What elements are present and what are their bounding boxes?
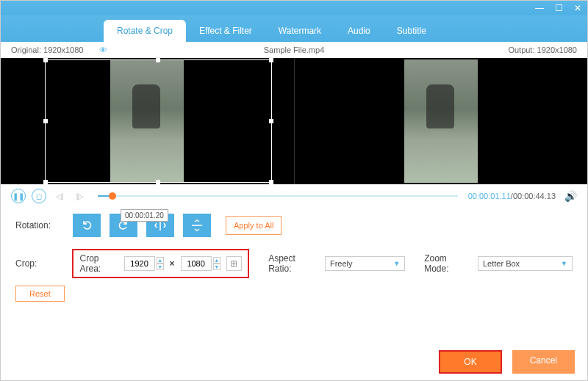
eye-icon[interactable]: 👁: [99, 46, 107, 54]
seek-tooltip: 00:00:01.20: [121, 209, 168, 222]
crop-area-label: Crop Area:: [79, 253, 121, 274]
rotate-ccw-button[interactable]: [73, 214, 101, 237]
crop-width-input[interactable]: [124, 256, 155, 271]
close-button[interactable]: ✕: [573, 3, 583, 13]
zoom-mode-select[interactable]: Letter Box▼: [478, 256, 573, 271]
prev-frame-button[interactable]: ◁|: [52, 189, 67, 203]
flip-vertical-button[interactable]: [183, 214, 211, 237]
preview-output: [294, 58, 588, 184]
ok-button[interactable]: OK: [439, 350, 501, 374]
volume-icon[interactable]: 🔊: [564, 190, 577, 202]
crop-height-input[interactable]: [181, 256, 212, 271]
chevron-down-icon: ▼: [393, 260, 400, 267]
crop-area-group: Crop Area: ▲▼ × ▲▼ ⊞: [72, 249, 249, 278]
tab-watermark[interactable]: Watermark: [265, 20, 334, 42]
apply-to-all-button[interactable]: Apply to All: [226, 216, 282, 235]
crop-height-spinner[interactable]: ▲▼: [213, 257, 220, 270]
tab-subtitle[interactable]: Subtitle: [384, 20, 440, 42]
info-bar: Original: 1920x1080 👁 Sample File.mp4 Ou…: [1, 42, 587, 58]
preview-area: [1, 58, 587, 184]
editor-window: — ☐ ✕ Rotate & Crop Effect & Filter Wate…: [0, 0, 588, 381]
reset-button[interactable]: Reset: [15, 286, 65, 302]
maximize-button[interactable]: ☐: [553, 3, 564, 13]
tab-effect-filter[interactable]: Effect & Filter: [186, 20, 265, 42]
crop-frame[interactable]: [45, 59, 272, 183]
tab-audio[interactable]: Audio: [334, 20, 384, 42]
next-frame-button[interactable]: |▷: [73, 189, 87, 203]
time-display: 00:00:01.11/00:00:44.13: [468, 192, 556, 200]
seek-slider[interactable]: [98, 189, 458, 203]
rotation-label: Rotation:: [15, 220, 67, 231]
crop-width-spinner[interactable]: ▲▼: [157, 257, 164, 270]
zoom-mode-label: Zoom Mode:: [424, 253, 473, 274]
tab-rotate-crop[interactable]: Rotate & Crop: [104, 20, 186, 42]
crop-label: Crop:: [15, 258, 66, 269]
playback-controls: ❚❚ ◻ ◁| |▷ 00:00:01.11/00:00:44.13 🔊: [1, 184, 587, 208]
cancel-button[interactable]: Cancel: [512, 350, 575, 374]
titlebar: — ☐ ✕: [1, 1, 587, 15]
output-resolution: Output: 1920x1080: [508, 46, 577, 54]
minimize-button[interactable]: —: [534, 3, 545, 13]
rotation-section: Rotation: Apply to All: [1, 208, 587, 243]
seek-knob[interactable]: [109, 192, 116, 200]
x-separator: ×: [170, 258, 175, 269]
crop-position-picker[interactable]: ⊞: [226, 256, 243, 271]
aspect-ratio-label: Aspect Ratio:: [268, 253, 320, 274]
preview-original[interactable]: [1, 58, 294, 184]
pause-button[interactable]: ❚❚: [11, 189, 26, 203]
footer-buttons: OK Cancel: [439, 350, 575, 374]
aspect-ratio-select[interactable]: Freely▼: [325, 256, 405, 271]
stop-button[interactable]: ◻: [32, 189, 46, 203]
chevron-down-icon: ▼: [561, 260, 567, 267]
crop-section: Crop: Crop Area: ▲▼ × ▲▼ ⊞ Aspect Ratio:…: [1, 243, 587, 284]
video-thumbnail: [404, 59, 478, 183]
original-resolution: Original: 1920x1080 👁: [11, 46, 107, 54]
tab-bar: Rotate & Crop Effect & Filter Watermark …: [1, 15, 587, 42]
filename-label: Sample File.mp4: [264, 46, 325, 54]
